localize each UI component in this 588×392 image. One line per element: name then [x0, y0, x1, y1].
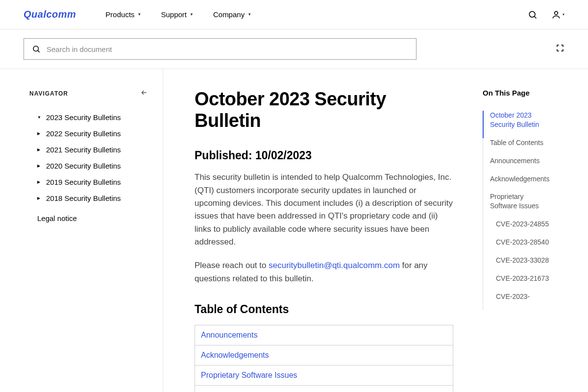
on-this-page-item[interactable]: CVE-2023-24855	[483, 220, 551, 238]
article: October 2023 Security Bulletin Published…	[195, 89, 453, 392]
intro-paragraph: This security bulletin is intended to he…	[195, 171, 453, 248]
sidebar-header: NAVIGATOR	[29, 89, 148, 98]
on-this-page-item[interactable]: Table of Contents	[483, 138, 551, 156]
on-this-page-item[interactable]: CVE-2023-	[483, 292, 551, 310]
toc-cell: Announcements	[195, 325, 453, 345]
svg-point-0	[529, 11, 535, 17]
caret-down-icon: ▼	[190, 12, 194, 17]
on-this-page-item[interactable]: Proprietary Software Issues	[483, 192, 551, 220]
toc-heading: Table of Contents	[195, 303, 453, 316]
primary-nav: Products▼ Support▼ Company▼	[105, 10, 528, 19]
nav-tree-item[interactable]: ▶2018 Security Bulletins	[29, 190, 148, 206]
toc-link[interactable]: Announcements	[201, 331, 258, 339]
legal-notice-link[interactable]: Legal notice	[29, 206, 148, 222]
nav-support-label: Support	[161, 10, 187, 19]
on-this-page: On This Page October 2023 Security Bulle…	[483, 89, 551, 392]
toc-link[interactable]: Acknowledgements	[201, 351, 269, 359]
nav-tree-item[interactable]: ▼2023 Security Bulletins	[29, 109, 148, 125]
caret-down-icon: ▼	[247, 12, 251, 17]
on-this-page-item[interactable]: CVE-2023-21673	[483, 274, 551, 292]
nav-tree-item[interactable]: ▶2019 Security Bulletins	[29, 174, 148, 190]
on-this-page-item[interactable]: Announcements	[483, 156, 551, 174]
toc-link[interactable]: Proprietary Software Issues	[201, 371, 297, 379]
doc-search-row	[0, 29, 588, 69]
on-this-page-list: October 2023 Security BulletinTable of C…	[483, 111, 551, 310]
doc-search-input[interactable]	[47, 45, 408, 53]
nav-tree-item-label: 2022 Security Bulletins	[46, 129, 121, 138]
account-icon[interactable]: ▾	[551, 10, 564, 20]
on-this-page-item[interactable]: Acknowledgements	[483, 174, 551, 193]
caret-down-icon: ▼	[37, 115, 41, 120]
on-this-page-item[interactable]: CVE-2023-33028	[483, 256, 551, 274]
navigator-sidebar: NAVIGATOR ▼2023 Security Bulletins▶2022 …	[0, 69, 163, 392]
nav-products[interactable]: Products▼	[105, 10, 141, 19]
toc-cell: Proprietary Software Issues	[195, 366, 453, 386]
svg-line-1	[535, 16, 537, 18]
search-icon[interactable]	[528, 10, 538, 20]
contact-text-before: Please reach out to	[195, 261, 269, 270]
svg-line-4	[38, 50, 39, 52]
svg-point-3	[33, 46, 39, 51]
nav-tree-item-label: 2023 Security Bulletins	[46, 113, 121, 122]
toc-row: Open Source Software Issues	[195, 386, 453, 392]
header-actions: ▾	[528, 10, 564, 20]
nav-company[interactable]: Company▼	[213, 10, 251, 19]
nav-tree-item-label: 2021 Security Bulletins	[46, 146, 121, 154]
toc-row: Announcements	[195, 325, 453, 345]
nav-tree-item[interactable]: ▶2022 Security Bulletins	[29, 125, 148, 142]
fullscreen-icon[interactable]	[556, 44, 564, 54]
toc-cell: Acknowledgements	[195, 345, 453, 366]
nav-tree-item-label: 2020 Security Bulletins	[46, 162, 121, 170]
toc-cell: Open Source Software Issues	[195, 386, 453, 392]
caret-right-icon: ▶	[37, 147, 41, 152]
nav-tree-item[interactable]: ▶2021 Security Bulletins	[29, 142, 148, 158]
caret-right-icon: ▶	[37, 131, 41, 136]
contact-paragraph: Please reach out to securitybulletin@qti…	[195, 259, 453, 285]
nav-tree: ▼2023 Security Bulletins▶2022 Security B…	[29, 109, 148, 206]
search-icon	[32, 45, 41, 53]
caret-right-icon: ▶	[37, 180, 41, 184]
toc-row: Acknowledgements	[195, 345, 453, 366]
toc-table: AnnouncementsAcknowledgementsProprietary…	[195, 325, 453, 392]
caret-down-icon: ▾	[563, 12, 564, 17]
global-header: Qualcomm Products▼ Support▼ Company▼ ▾	[0, 0, 588, 29]
toc-tbody: AnnouncementsAcknowledgementsProprietary…	[195, 325, 453, 392]
caret-right-icon: ▶	[37, 164, 41, 168]
on-this-page-item[interactable]: CVE-2023-28540	[483, 238, 551, 256]
nav-company-label: Company	[213, 10, 245, 19]
nav-products-label: Products	[105, 10, 134, 19]
published-heading: Published: 10/02/2023	[195, 149, 453, 162]
svg-point-2	[555, 11, 558, 15]
toc-row: Proprietary Software Issues	[195, 366, 453, 386]
nav-support[interactable]: Support▼	[161, 10, 193, 19]
collapse-sidebar-icon[interactable]	[140, 89, 148, 98]
caret-down-icon: ▼	[138, 12, 142, 17]
brand-logo[interactable]: Qualcomm	[24, 9, 76, 20]
sidebar-title: NAVIGATOR	[29, 90, 68, 97]
main-area: October 2023 Security Bulletin Published…	[163, 69, 588, 392]
on-this-page-title: On This Page	[483, 89, 551, 97]
nav-tree-item[interactable]: ▶2020 Security Bulletins	[29, 158, 148, 174]
on-this-page-item[interactable]: October 2023 Security Bulletin	[483, 111, 551, 138]
content-row: NAVIGATOR ▼2023 Security Bulletins▶2022 …	[0, 69, 588, 392]
contact-email-link[interactable]: securitybulletin@qti.qualcomm.com	[269, 261, 400, 270]
caret-right-icon: ▶	[37, 196, 41, 200]
nav-tree-item-label: 2019 Security Bulletins	[46, 178, 121, 186]
doc-search-box[interactable]	[24, 38, 416, 60]
nav-tree-item-label: 2018 Security Bulletins	[46, 194, 121, 202]
page-title: October 2023 Security Bulletin	[195, 89, 453, 131]
